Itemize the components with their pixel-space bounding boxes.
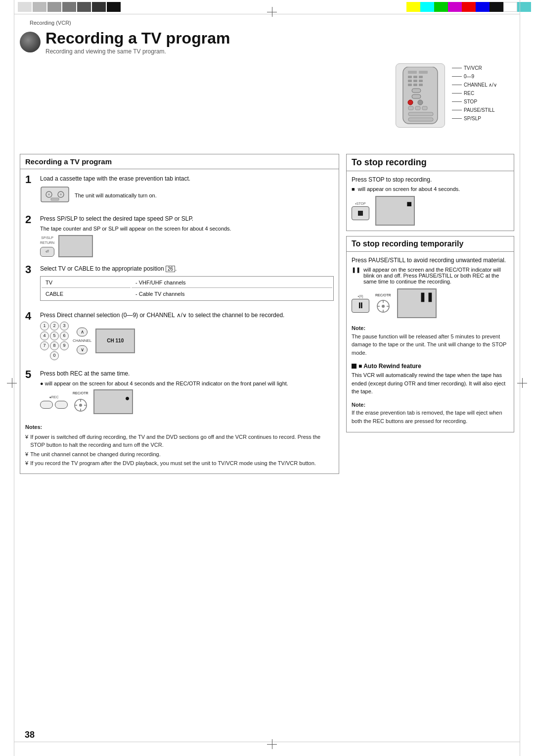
- svg-rect-9: [408, 84, 412, 86]
- note-item-3: ¥ If you record the TV program after the…: [25, 459, 334, 468]
- color-bar-red: [462, 2, 476, 12]
- svg-rect-17: [415, 106, 420, 110]
- arrow-line: [452, 93, 462, 94]
- svg-point-25: [60, 193, 62, 195]
- note-item-2: ¥ The unit channel cannot be changed dur…: [25, 450, 334, 459]
- sp-slp-area: SP/SLPRETURN ⏎: [40, 235, 231, 257]
- rec-otr-indicator: REC/OTR: [73, 391, 89, 413]
- step-2-num: 2: [25, 214, 36, 225]
- svg-point-38: [382, 305, 385, 308]
- note2: Note: If the erase prevention tab is rem…: [352, 399, 509, 427]
- gray-bar-5: [62, 2, 76, 12]
- remote-label-channel: CHANNEL ∧/∨: [452, 82, 497, 88]
- page-number: 38: [25, 730, 35, 740]
- notes-title: Notes:: [25, 423, 334, 431]
- gray-bars: [0, 0, 124, 14]
- auto-rewind-text: This VCR will automatically rewind the t…: [352, 371, 509, 396]
- gray-bar-1: [3, 2, 17, 12]
- channel-table: TV - VHF/UHF channels CABLE - Cable TV c…: [40, 276, 334, 301]
- step-2-diagram: The tape counter and SP or SLP will appe…: [40, 225, 334, 257]
- gray-bar-7: [92, 2, 106, 12]
- arrow-line: [452, 76, 462, 77]
- key-3: 3: [60, 322, 69, 331]
- step-1-content: Load a cassette tape with the erase prev…: [40, 174, 334, 207]
- title-section: Recording a TV program Recording and vie…: [20, 30, 514, 55]
- svg-rect-2: [419, 71, 428, 74]
- rec-btn-left: [40, 401, 53, 409]
- remote-labels: TV/VCR 0—9 CHANNEL ∧/∨ REC STOP PAUSE/ST…: [452, 63, 497, 121]
- svg-rect-26: [51, 198, 59, 200]
- numpad-grid: 1 2 3 4 5 6 7 8 9 0: [40, 322, 69, 360]
- screen-display-2: [58, 235, 93, 257]
- svg-rect-16: [408, 106, 413, 110]
- two-column-layout: Recording a TV program 1 Load a cassette…: [20, 154, 514, 473]
- rec-otr-pause-svg: [376, 299, 391, 314]
- pause-recording-box: To stop recording temporarily Press PAUS…: [346, 236, 514, 432]
- step-3-content: Select TV or CABLE to the appropriate po…: [40, 264, 334, 304]
- left-section-body: 1 Load a cassette tape with the erase pr…: [20, 169, 339, 473]
- pause-note: Note: The pause function will be release…: [352, 322, 509, 359]
- arrow-line: [452, 85, 462, 85]
- pause-instruction: Press PAUSE/STILL to avoid recording unw…: [352, 257, 509, 264]
- step-2-content: Press SP/SLP to select the desired tape …: [40, 214, 334, 257]
- svg-point-32: [79, 404, 82, 407]
- svg-rect-3: [408, 76, 412, 78]
- color-bars-right: [403, 0, 534, 14]
- rec-buttons-row: [40, 401, 68, 409]
- arrow-line: [452, 68, 462, 68]
- step-5: 5 Press both REC at the same time. ● wil…: [25, 369, 334, 417]
- svg-rect-6: [408, 80, 412, 82]
- svg-rect-5: [419, 76, 423, 78]
- pause-section-header: To stop recording temporarily: [347, 236, 514, 252]
- color-bar-black: [490, 2, 503, 12]
- title-icon: [20, 32, 41, 52]
- pause-diagram: •(II) ⏸ REC/OTR: [352, 288, 509, 318]
- crosshair-top: [267, 7, 277, 17]
- table-row-tv: TV - VHF/UHF channels: [42, 278, 332, 288]
- channel-display: CH 110: [95, 329, 135, 353]
- color-bar-magenta: [448, 2, 462, 12]
- remote-svg: [398, 67, 443, 124]
- right-column: To stop recording Press STOP to stop rec…: [346, 154, 514, 473]
- step-3: 3 Select TV or CABLE to the appropriate …: [25, 264, 334, 304]
- stop-section-body: Press STOP to stop recording. ■ will app…: [347, 171, 514, 231]
- crosshair-right: [517, 378, 527, 388]
- channel-label: CHANNEL: [73, 338, 91, 344]
- channel-up-btn: ∧: [77, 328, 88, 336]
- rec-btn-right: [55, 401, 68, 409]
- channel-up-down: ∧ CHANNEL ∨: [73, 328, 91, 354]
- color-bar-white: [503, 2, 517, 12]
- left-column: Recording a TV program 1 Load a cassette…: [20, 154, 339, 473]
- svg-rect-8: [419, 80, 423, 82]
- key-6: 6: [60, 331, 69, 340]
- key-5: 5: [50, 331, 59, 340]
- stop-diagram: •STOP ■: [352, 196, 509, 226]
- numpad-area: 1 2 3 4 5 6 7 8 9 0: [40, 322, 334, 360]
- black-square-icon: [352, 364, 356, 369]
- remote-label-pause: PAUSE/STILL: [452, 107, 497, 113]
- auto-rewind-section: ■ Auto Rewind feature This VCR will auto…: [352, 363, 509, 396]
- step-4-content: Press Direct channel selection (0—9) or …: [40, 311, 334, 362]
- gray-bar-3: [33, 2, 46, 12]
- main-title: Recording a TV program: [45, 30, 230, 47]
- pause-button: ⏸: [352, 299, 369, 313]
- breadcrumb: Recording (VCR): [30, 20, 71, 26]
- remote-label-sp-slp: SP/SLP: [452, 116, 497, 121]
- step-2: 2 Press SP/SLP to select the desired tap…: [25, 214, 334, 257]
- crosshair-bottom: [267, 739, 277, 749]
- color-bar-blue: [476, 2, 490, 12]
- key-4: 4: [40, 331, 49, 340]
- color-bar-green: [434, 2, 448, 12]
- title-text-block: Recording a TV program Recording and vie…: [45, 30, 230, 55]
- gray-bar-8: [107, 2, 121, 12]
- key-2: 2: [50, 322, 59, 331]
- svg-rect-18: [422, 106, 427, 110]
- svg-rect-1: [408, 71, 417, 74]
- remote-label-stop: STOP: [452, 99, 497, 104]
- key-0: 0: [50, 351, 59, 360]
- svg-point-24: [48, 193, 50, 195]
- channel-down-btn: ∨: [77, 345, 88, 354]
- stop-instruction: Press STOP to stop recording.: [352, 176, 509, 183]
- pause-screen: ❚❚: [397, 288, 437, 318]
- stop-section-header: To stop recording: [347, 154, 514, 171]
